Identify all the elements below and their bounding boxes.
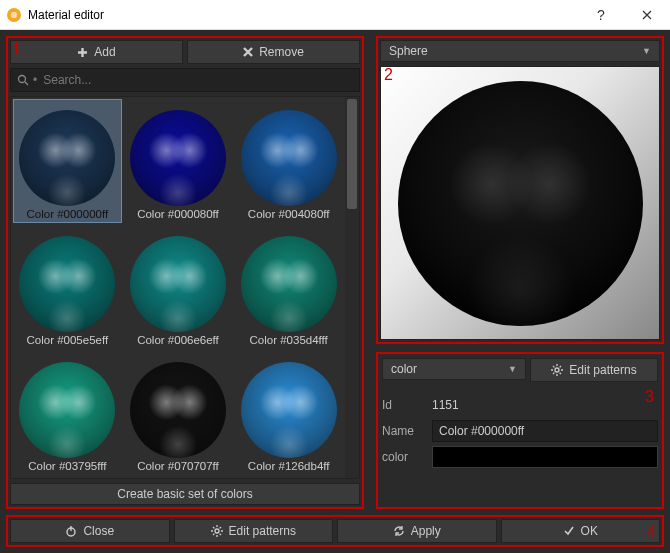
material-sphere	[130, 362, 226, 458]
material-sphere	[130, 236, 226, 332]
material-sphere	[241, 110, 337, 206]
preview-shape-selected: Sphere	[389, 44, 428, 58]
create-basic-colors-label: Create basic set of colors	[117, 487, 252, 501]
prop-id-row: Id 1151	[382, 392, 658, 418]
prop-name-label: Name	[382, 424, 426, 438]
plus-icon	[77, 47, 88, 58]
edit-patterns-button[interactable]: Edit patterns	[530, 358, 658, 382]
material-label: Color #004080ff	[237, 208, 340, 220]
preview-viewport	[380, 66, 660, 340]
prop-id-value: 1151	[432, 398, 658, 412]
material-item[interactable]: Color #000000ff	[13, 99, 122, 223]
material-sphere	[19, 362, 115, 458]
material-list-panel: 1 Add Remove •	[6, 36, 364, 509]
edit-patterns-label: Edit patterns	[569, 363, 636, 377]
ok-button-label: OK	[581, 524, 598, 538]
search-input[interactable]	[43, 73, 353, 87]
prop-name-row: Name	[382, 418, 658, 444]
properties-panel: 3 color ▼ Edit patterns Id 1151	[376, 352, 664, 509]
search-row: •	[10, 68, 360, 92]
prop-color-swatch[interactable]	[432, 446, 658, 468]
remove-button[interactable]: Remove	[187, 40, 360, 64]
prop-color-row: color	[382, 444, 658, 470]
material-sphere	[241, 362, 337, 458]
app-icon	[6, 7, 22, 23]
titlebar: Material editor ?	[0, 0, 670, 30]
prop-color-label: color	[382, 450, 426, 464]
add-button[interactable]: Add	[10, 40, 183, 64]
edit-patterns-bottom-button[interactable]: Edit patterns	[174, 519, 334, 543]
create-basic-colors-button[interactable]: Create basic set of colors	[10, 483, 360, 505]
material-sphere	[130, 110, 226, 206]
scrollbar-thumb[interactable]	[347, 99, 357, 209]
material-label: Color #000000ff	[16, 208, 119, 220]
apply-button[interactable]: Apply	[337, 519, 497, 543]
search-icon	[17, 74, 29, 86]
svg-point-3	[555, 368, 559, 372]
material-item[interactable]: Color #035d4fff	[234, 225, 343, 349]
material-sphere	[241, 236, 337, 332]
power-icon	[65, 525, 77, 537]
material-label: Color #03795fff	[16, 460, 119, 472]
material-item[interactable]: Color #126db4ff	[234, 351, 343, 475]
material-item[interactable]: Color #000080ff	[124, 99, 233, 223]
close-button[interactable]: Close	[10, 519, 170, 543]
material-label: Color #005e5eff	[16, 334, 119, 346]
material-sphere	[19, 110, 115, 206]
material-item[interactable]: Color #03795fff	[13, 351, 122, 475]
material-item[interactable]: Color #004080ff	[234, 99, 343, 223]
material-label: Color #000080ff	[127, 208, 230, 220]
material-label: Color #126db4ff	[237, 460, 340, 472]
bottom-bar: 4 Close Edit patterns Apply OK	[6, 515, 664, 547]
help-button[interactable]: ?	[578, 0, 624, 30]
chevron-down-icon: ▼	[642, 46, 651, 56]
material-item[interactable]: Color #006e6eff	[124, 225, 233, 349]
material-label: Color #070707ff	[127, 460, 230, 472]
remove-button-label: Remove	[259, 45, 304, 59]
material-label: Color #035d4fff	[237, 334, 340, 346]
refresh-icon	[393, 525, 405, 537]
material-label: Color #006e6eff	[127, 334, 230, 346]
gear-icon	[211, 525, 223, 537]
window-title: Material editor	[28, 8, 578, 22]
ok-button[interactable]: OK	[501, 519, 661, 543]
material-scrollbar[interactable]	[345, 97, 359, 478]
apply-button-label: Apply	[411, 524, 441, 538]
chevron-down-icon: ▼	[508, 364, 517, 374]
add-button-label: Add	[94, 45, 115, 59]
material-sphere	[19, 236, 115, 332]
preview-panel: Sphere ▼ 2	[376, 36, 664, 344]
material-item[interactable]: Color #070707ff	[124, 351, 233, 475]
property-mode-selected: color	[391, 362, 417, 376]
svg-point-5	[215, 529, 219, 533]
property-mode-combo[interactable]: color ▼	[382, 358, 526, 380]
material-grid: Color #000000ffColor #000080ffColor #004…	[11, 97, 345, 478]
prop-name-input[interactable]	[432, 420, 658, 442]
preview-sphere	[398, 81, 643, 326]
check-icon	[563, 525, 575, 537]
prop-id-label: Id	[382, 398, 426, 412]
close-button-label: Close	[83, 524, 114, 538]
svg-point-2	[19, 76, 26, 83]
preview-shape-combo[interactable]: Sphere ▼	[380, 40, 660, 62]
material-item[interactable]: Color #005e5eff	[13, 225, 122, 349]
remove-icon	[243, 47, 253, 57]
svg-point-1	[11, 11, 17, 17]
gear-icon	[551, 364, 563, 376]
edit-patterns-bottom-label: Edit patterns	[229, 524, 296, 538]
close-window-button[interactable]	[624, 0, 670, 30]
